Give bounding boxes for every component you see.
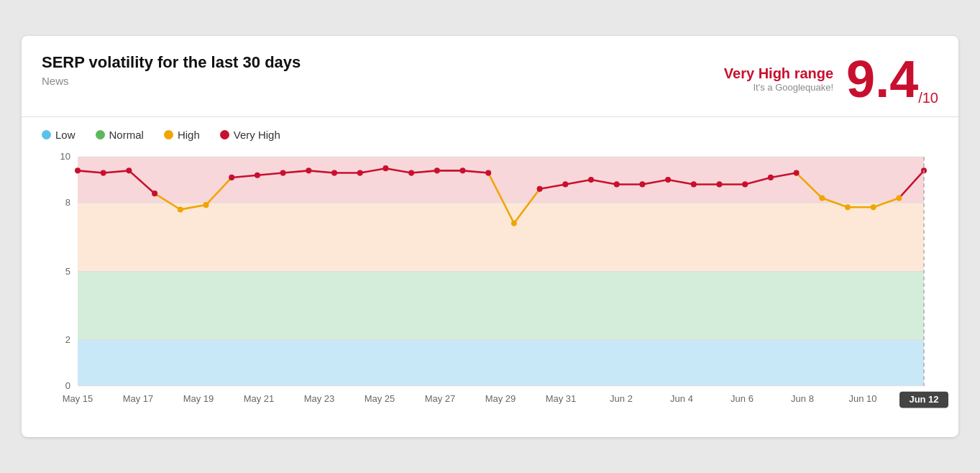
x-label-9: Jun 2 — [610, 393, 633, 404]
dot-4 — [178, 206, 183, 212]
legend-dot-very-high — [220, 130, 229, 139]
band-high — [78, 203, 924, 272]
dot-16 — [485, 170, 491, 175]
score-denom: /10 — [918, 91, 938, 105]
score-value: 9.4 — [846, 53, 918, 105]
legend-item-high: High — [164, 129, 200, 141]
x-label-7: May 29 — [485, 393, 516, 404]
score-display: 9.4/10 — [846, 53, 938, 105]
main-card: SERP volatility for the last 30 days New… — [22, 36, 958, 437]
subtitle: News — [42, 75, 301, 87]
divider — [22, 116, 958, 117]
header-right: Very High range It's a Googlequake! 9.4/… — [724, 53, 938, 105]
dot-8 — [280, 170, 286, 175]
dot-15 — [460, 167, 466, 173]
dot-6 — [229, 175, 234, 180]
legend-label-very-high: Very High — [234, 129, 280, 141]
x-label-14: Jun 12 — [909, 394, 938, 405]
x-label-3: May 21 — [244, 393, 275, 404]
dot-1 — [101, 170, 106, 175]
dot-3 — [152, 190, 157, 196]
x-label-2: May 19 — [183, 393, 214, 404]
x-label-0: May 15 — [63, 393, 93, 404]
dot-9 — [306, 167, 311, 173]
y-label-2: 2 — [65, 334, 70, 345]
chart-area: 10 8 5 2 0 — [42, 150, 938, 423]
x-label-6: May 27 — [425, 393, 456, 404]
x-label-8: May 31 — [546, 393, 577, 404]
dot-7 — [255, 173, 260, 178]
y-label-10: 10 — [60, 151, 70, 162]
x-label-11: Jun 6 — [731, 393, 754, 404]
chart-svg: 10 8 5 2 0 — [42, 150, 938, 423]
dot-14 — [434, 167, 440, 173]
legend-item-low: Low — [42, 129, 75, 141]
x-label-13: Jun 10 — [849, 393, 877, 404]
dot-24 — [691, 181, 697, 187]
dot-23 — [665, 177, 671, 183]
dot-17 — [511, 220, 517, 226]
x-label-1: May 17 — [123, 393, 154, 404]
dot-13 — [408, 170, 414, 175]
y-label-5: 5 — [65, 265, 70, 276]
dot-28 — [794, 170, 800, 175]
dot-0 — [75, 167, 81, 173]
legend-label-high: High — [178, 129, 200, 141]
x-label-10: Jun 4 — [670, 393, 693, 404]
legend-label-normal: Normal — [109, 129, 144, 141]
x-label-4: May 23 — [304, 393, 335, 404]
x-label-12: Jun 8 — [791, 393, 814, 404]
dot-25 — [717, 181, 723, 187]
dot-11 — [357, 170, 363, 175]
header: SERP volatility for the last 30 days New… — [42, 53, 938, 105]
dot-20 — [588, 177, 594, 183]
dot-22 — [639, 181, 645, 187]
dot-18 — [537, 186, 543, 192]
range-label: Very High range It's a Googlequake! — [724, 65, 833, 93]
range-subtitle: It's a Googlequake! — [724, 82, 833, 93]
page-title: SERP volatility for the last 30 days — [42, 53, 301, 72]
y-label-8: 8 — [65, 197, 70, 208]
y-label-0: 0 — [65, 380, 70, 391]
dot-29 — [819, 195, 825, 201]
dot-19 — [562, 181, 568, 187]
range-title: Very High range — [724, 65, 833, 82]
legend-dot-high — [164, 130, 173, 139]
legend-item-very-high: Very High — [220, 129, 280, 141]
band-normal — [78, 271, 924, 340]
legend-label-low: Low — [55, 129, 75, 141]
legend-item-normal: Normal — [96, 129, 144, 141]
legend-dot-low — [42, 130, 51, 139]
dot-10 — [331, 170, 337, 175]
legend: Low Normal High Very High — [42, 129, 938, 141]
dot-21 — [614, 181, 620, 187]
header-left: SERP volatility for the last 30 days New… — [42, 53, 301, 87]
dot-30 — [845, 204, 851, 210]
dot-27 — [768, 175, 774, 180]
legend-dot-normal — [96, 130, 105, 139]
dot-12 — [383, 165, 388, 171]
dot-32 — [896, 195, 902, 201]
band-low — [78, 340, 924, 386]
dot-31 — [871, 204, 876, 210]
dot-2 — [126, 167, 132, 173]
dot-26 — [742, 181, 748, 187]
x-label-5: May 25 — [365, 393, 395, 404]
dot-5 — [203, 202, 209, 208]
